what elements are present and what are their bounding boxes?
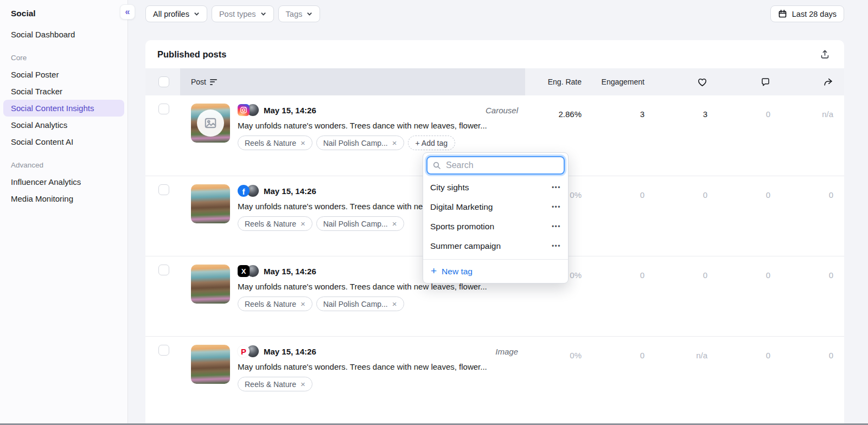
tag-label: Reels & Nature (245, 139, 296, 147)
more-options-icon[interactable]: ••• (552, 223, 561, 230)
row-checkbox[interactable] (158, 345, 169, 356)
metric-shares: n/a (770, 95, 833, 176)
tag-pill: Reels & Nature × (238, 136, 312, 150)
more-options-icon[interactable]: ••• (552, 203, 561, 211)
post-thumbnail[interactable] (191, 265, 230, 304)
date-range-label: Last 28 days (792, 10, 837, 18)
export-button[interactable] (820, 49, 830, 60)
post-thumbnail[interactable] (191, 184, 230, 223)
sidebar-item-social-content-ai[interactable]: Social Content AI (0, 133, 127, 150)
column-header-comments[interactable] (707, 68, 770, 95)
tags-filter-dropdown[interactable]: Tags (278, 5, 321, 22)
metric-shares: 0 (770, 176, 833, 256)
row-checkbox[interactable] (158, 265, 169, 275)
sidebar-item-influencer-analytics[interactable]: Influencer Analytics (0, 173, 127, 190)
column-header-post[interactable]: Post (180, 68, 525, 95)
post-tags: Reels & Nature × Nail Polish Camp... × (238, 297, 525, 311)
remove-tag-icon[interactable]: × (301, 139, 305, 147)
metric-comments: 0 (707, 95, 770, 176)
filter-bar: All profiles Post types Tags Last 28 day… (145, 5, 844, 22)
post-type-label: Carousel (486, 106, 518, 115)
new-tag-button[interactable]: + New tag (423, 259, 568, 283)
row-checkbox[interactable] (158, 104, 169, 114)
sidebar-item-media-monitoring[interactable]: Media Monitoring (0, 190, 127, 207)
tag-pill: Nail Polish Camp... × (316, 297, 404, 311)
remove-tag-icon[interactable]: × (301, 220, 305, 228)
remove-tag-icon[interactable]: × (392, 139, 397, 147)
sidebar-collapse-button[interactable]: « (120, 4, 135, 20)
tag-search-input[interactable] (426, 156, 565, 175)
post-cell: P P P May 15, 14:26 May unfolds nature's… (180, 337, 525, 416)
export-icon (820, 49, 830, 60)
post-description: May unfolds nature's wonders. Trees danc… (238, 121, 525, 130)
sidebar-item-social-dashboard[interactable]: Social Dashboard (0, 26, 127, 43)
tag-search-wrap (423, 153, 568, 176)
sidebar-title: Social (0, 7, 127, 26)
metric-eng-rate: 0% (525, 337, 582, 416)
tag-pill: Reels & Nature × (238, 377, 312, 391)
tag-label: Nail Polish Camp... (323, 300, 388, 308)
metric-engagement: 3 (582, 95, 644, 176)
tag-option-label: Digital Marketing (430, 202, 493, 212)
pinterest-icon: P (238, 345, 250, 357)
tag-option-label: Sports promotion (430, 222, 494, 231)
post-thumbnail[interactable] (191, 345, 230, 384)
tag-option[interactable]: Sports promotion ••• (423, 217, 568, 236)
share-icon (823, 77, 833, 87)
image-icon (203, 116, 218, 130)
metric-shares: 0 (770, 337, 833, 416)
tag-label: Reels & Nature (245, 380, 296, 389)
tag-pill: Nail Polish Camp... × (316, 136, 404, 150)
column-header-likes[interactable] (644, 68, 707, 95)
more-options-icon[interactable]: ••• (552, 242, 561, 250)
remove-tag-icon[interactable]: × (301, 300, 305, 308)
select-all-checkbox[interactable] (158, 76, 169, 87)
more-options-icon[interactable]: ••• (552, 184, 561, 191)
platform-stack (238, 104, 259, 116)
tag-option-label: City sights (430, 183, 469, 192)
sidebar-section-header: Advanced (0, 150, 127, 173)
panel-header: Published posts (145, 40, 844, 68)
tag-label: Reels & Nature (245, 300, 296, 308)
column-header-shares[interactable] (770, 68, 833, 95)
post-thumbnail[interactable] (191, 104, 230, 143)
tag-option[interactable]: Digital Marketing ••• (423, 197, 568, 217)
column-header-engagement[interactable]: Engagement (582, 68, 644, 95)
search-icon (432, 161, 441, 170)
post-types-filter-dropdown[interactable]: Post types (212, 5, 274, 22)
carousel-overlay (197, 110, 224, 137)
tag-option[interactable]: Summer campaign ••• (423, 236, 568, 256)
remove-tag-icon[interactable]: × (392, 300, 397, 308)
post-description: May unfolds nature's wonders. Trees danc… (238, 362, 525, 371)
tag-dropdown: City sights ••• Digital Marketing ••• Sp… (423, 152, 569, 284)
sidebar-item-social-poster[interactable]: Social Poster (0, 66, 127, 83)
post-date: May 15, 14:26 (264, 106, 316, 115)
chevron-down-icon (194, 11, 200, 17)
sidebar-item-social-tracker[interactable]: Social Tracker (0, 83, 127, 100)
chevron-down-icon (260, 11, 266, 17)
platform-stack: f f f (238, 185, 259, 197)
sidebar-item-social-analytics[interactable]: Social Analytics (0, 117, 127, 133)
tags-filter-label: Tags (286, 10, 303, 18)
row-checkbox[interactable] (158, 184, 169, 195)
sidebar-item-social-content-insights[interactable]: Social Content Insights (3, 100, 124, 117)
sidebar-item-label: Social Analytics (11, 120, 67, 130)
sidebar-item-label: Influencer Analytics (11, 177, 81, 186)
date-range-button[interactable]: Last 28 days (770, 5, 844, 22)
metric-engagement: 0 (582, 256, 644, 336)
add-tag-button[interactable]: + Add tag (408, 136, 456, 150)
post-types-filter-label: Post types (219, 10, 256, 18)
tag-dropdown-list: City sights ••• Digital Marketing ••• Sp… (423, 176, 568, 259)
new-tag-label: New tag (442, 267, 473, 276)
post-date: May 15, 14:26 (264, 267, 316, 276)
tag-option[interactable]: City sights ••• (423, 178, 568, 197)
remove-tag-icon[interactable]: × (392, 220, 397, 228)
sidebar-section: Advanced Influencer Analytics Media Moni… (0, 150, 127, 207)
profiles-filter-dropdown[interactable]: All profiles (145, 5, 207, 22)
tag-label: Reels & Nature (245, 220, 296, 228)
post-type-label: Image (495, 347, 518, 356)
post-tags: Reels & Nature × (238, 377, 525, 391)
remove-tag-icon[interactable]: × (301, 380, 305, 388)
column-header-eng-rate[interactable]: Eng. Rate (525, 68, 582, 95)
sidebar-item-label: Social Content Insights (11, 104, 94, 113)
